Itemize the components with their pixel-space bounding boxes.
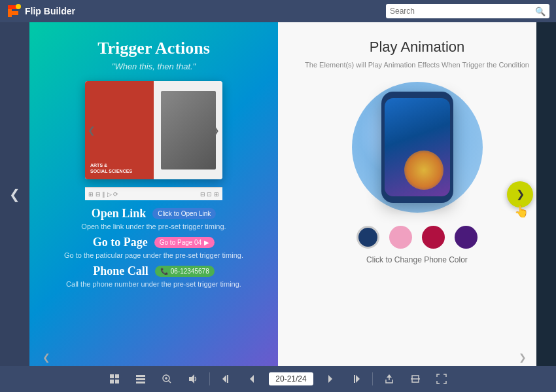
svg-rect-6 — [115, 380, 119, 383]
sound-button[interactable] — [180, 366, 206, 392]
svg-rect-7 — [136, 375, 145, 377]
phone-call-action: Phone Call 📞 06-12345678 Call the phone … — [43, 264, 265, 288]
search-box: 🔍 — [386, 4, 549, 18]
logo-area: Flip Builder — [7, 4, 75, 18]
left-page: Trigger Actions "When this, then that." … — [29, 22, 278, 366]
svg-marker-18 — [328, 375, 332, 383]
svg-marker-19 — [356, 375, 360, 383]
book-preview-inner: ARTS &SOCIAL SCIENCES — [85, 81, 222, 179]
next-page-button[interactable]: ❯ — [507, 181, 533, 207]
svg-marker-17 — [250, 375, 254, 383]
svg-point-2 — [16, 4, 21, 9]
go-to-page-icon: ▶ — [204, 239, 209, 246]
list-view-button[interactable] — [128, 366, 154, 392]
last-page-button[interactable] — [343, 366, 369, 392]
phone-screen-glow — [404, 151, 443, 190]
dark-side-panel — [536, 22, 556, 366]
trigger-actions-title: Trigger Actions — [97, 39, 210, 58]
open-link-title: Open Link — [92, 207, 147, 221]
svg-line-11 — [169, 381, 171, 383]
share-button[interactable] — [376, 366, 402, 392]
prev-page-button-footer[interactable] — [239, 366, 266, 392]
svg-marker-15 — [222, 375, 226, 383]
book-prev-arrow[interactable]: ❮ — [88, 125, 96, 135]
open-link-button[interactable]: Click to Open Link — [152, 208, 216, 219]
right-page-scroll-right[interactable]: ❯ — [519, 352, 527, 363]
book-preview: ARTS &SOCIAL SCIENCES ❮ ❯ — [85, 81, 222, 179]
go-to-page-action: Go to Page Go to Page 04 ▶ Go to the pat… — [43, 236, 265, 259]
color-caption: Click to Change Phone Color — [366, 255, 468, 264]
phone-number-label: 06-12345678 — [171, 268, 209, 275]
svg-rect-4 — [115, 374, 119, 378]
open-link-desc: Open the link under the pre-set trigger … — [81, 223, 226, 230]
svg-rect-3 — [110, 374, 114, 378]
page-indicator[interactable]: 20-21/24 — [269, 372, 313, 385]
phone-call-button[interactable]: 📞 06-12345678 — [155, 266, 215, 277]
book-toolbar-controls: ⊞ ⊟ ‖ ▷ ⟳ — [88, 191, 118, 198]
book-toolbar-extra: ⊟ ⊡ ⊞ — [200, 191, 219, 198]
phone-circle — [352, 82, 483, 213]
fullscreen-button[interactable] — [428, 366, 455, 392]
fullscreen-exit-button[interactable] — [402, 366, 428, 392]
go-to-page-desc: Go to the paticular page under the pre-s… — [64, 251, 243, 259]
svg-rect-20 — [354, 375, 355, 383]
next-page-button-footer[interactable] — [317, 366, 343, 392]
header: Flip Builder 🔍 — [0, 0, 556, 22]
color-swatch-navy[interactable] — [356, 226, 379, 249]
book-preview-image — [161, 91, 216, 169]
book-toolbar: ⊞ ⊟ ‖ ▷ ⟳ ⊟ ⊡ ⊞ — [85, 187, 222, 200]
right-arrow-icon: ❯ — [516, 188, 525, 200]
footer-separator-2 — [372, 372, 373, 385]
color-swatch-pink[interactable] — [389, 226, 412, 249]
left-page-scroll-left[interactable]: ❮ — [43, 352, 50, 363]
go-to-page-title: Go to Page — [93, 236, 148, 249]
svg-marker-14 — [189, 374, 194, 383]
left-arrow-icon: ❮ — [9, 187, 20, 202]
phone-call-desc: Call the phone number under the pre-set … — [66, 280, 241, 288]
main-content: ❮ Trigger Actions "When this, then that.… — [0, 22, 556, 366]
svg-rect-8 — [136, 378, 145, 380]
phone-screen — [385, 98, 450, 196]
go-to-page-label: Go to Page 04 — [160, 239, 202, 246]
play-animation-title: Play Animation — [370, 39, 465, 56]
phone-call-title: Phone Call — [93, 264, 148, 278]
svg-rect-9 — [136, 382, 145, 383]
color-swatch-purple[interactable] — [455, 226, 478, 249]
footer-separator-1 — [209, 372, 210, 385]
phone-mockup — [381, 92, 453, 203]
trigger-actions-subtitle: "When this, then that." — [112, 62, 196, 71]
svg-rect-16 — [227, 375, 228, 383]
color-swatches — [356, 226, 478, 249]
play-animation-desc: The Element(s) will Play Animation Effec… — [305, 61, 529, 69]
color-swatch-red[interactable] — [422, 226, 445, 249]
first-page-button[interactable] — [213, 366, 239, 392]
logo-text: Flip Builder — [25, 6, 75, 16]
book-preview-label: ARTS &SOCIAL SCIENCES — [90, 163, 148, 174]
go-to-page-button[interactable]: Go to Page 04 ▶ — [154, 237, 215, 248]
svg-marker-21 — [387, 374, 392, 378]
phone-icon: 📞 — [160, 268, 168, 275]
book-next-arrow[interactable]: ❯ — [212, 125, 220, 135]
zoom-button[interactable] — [154, 366, 180, 392]
search-input[interactable] — [390, 7, 535, 16]
svg-rect-5 — [110, 380, 114, 383]
prev-page-button[interactable]: ❮ — [0, 22, 29, 366]
grid-view-button[interactable] — [101, 366, 128, 392]
search-icon[interactable]: 🔍 — [535, 7, 546, 16]
open-link-action: Open Link Click to Open Link Open the li… — [43, 207, 265, 230]
footer-toolbar: 20-21/24 — [0, 366, 556, 392]
cursor-icon: 👆 — [514, 204, 529, 219]
logo-icon — [7, 4, 21, 18]
book-container: Trigger Actions "When this, then that." … — [29, 22, 556, 366]
